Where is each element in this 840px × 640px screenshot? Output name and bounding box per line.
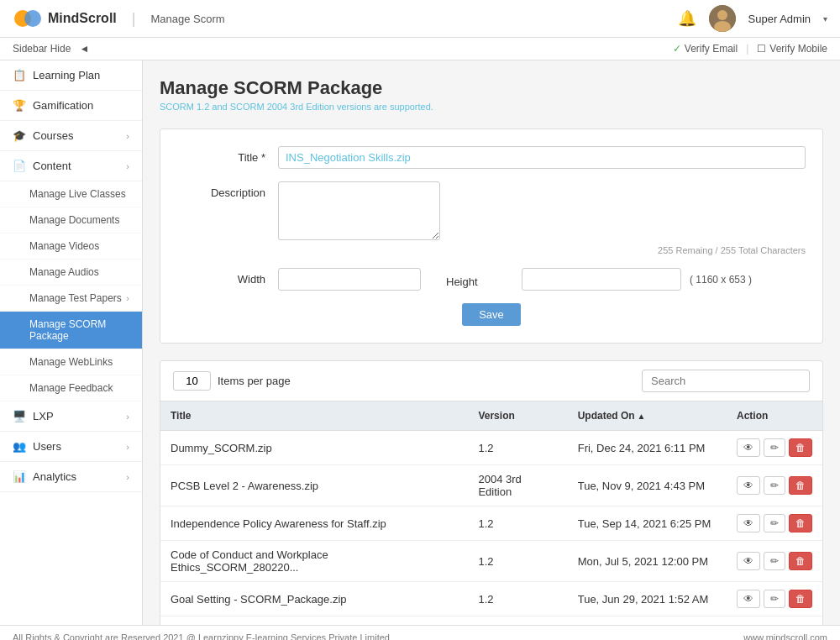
content-arrow-icon: › xyxy=(126,161,129,171)
verify-mobile-label: Verify Mobile xyxy=(769,43,827,55)
edit-button[interactable]: ✏ xyxy=(764,476,785,495)
view-button[interactable]: 👁 xyxy=(737,552,760,570)
user-name-label[interactable]: Super Admin xyxy=(748,13,811,25)
analytics-arrow-icon: › xyxy=(126,472,129,482)
sidebar-label-courses: Courses xyxy=(33,129,73,142)
user-avatar xyxy=(709,5,736,32)
sidebar-toggle-arrow[interactable]: ◄ xyxy=(79,43,89,55)
delete-button[interactable]: 🗑 xyxy=(789,476,812,495)
sidebar-item-manage-audios[interactable]: Manage Audios xyxy=(0,260,142,286)
col-title[interactable]: Title xyxy=(160,401,468,431)
delete-button[interactable]: 🗑 xyxy=(789,438,812,457)
height-input[interactable] xyxy=(522,268,681,291)
view-button[interactable]: 👁 xyxy=(737,590,760,608)
sidebar-item-manage-videos[interactable]: Manage Videos xyxy=(0,233,142,260)
sidebar-item-learning-plan[interactable]: 📋 Learning Plan xyxy=(0,60,142,91)
analytics-icon: 📊 xyxy=(13,470,26,483)
courses-icon: 🎓 xyxy=(13,129,26,142)
check-email-icon: ✓ xyxy=(673,43,681,55)
sidebar-item-manage-live-classes[interactable]: Manage Live Classes xyxy=(0,181,142,207)
table-row: Goal Setting - SCORM_Package.zip1.2Tue, … xyxy=(160,582,822,616)
col-action: Action xyxy=(727,401,822,431)
verify-email-label: Verify Email xyxy=(685,43,738,55)
delete-button[interactable]: 🗑 xyxy=(789,514,812,532)
sidebar-item-manage-documents[interactable]: Manage Documents xyxy=(0,207,142,233)
delete-button[interactable]: 🗑 xyxy=(789,590,812,608)
items-per-page-input[interactable] xyxy=(173,371,211,391)
sidebar-label-learning-plan: Learning Plan xyxy=(33,69,100,81)
description-label: Description xyxy=(177,181,278,199)
header-manage-title: Manage Scorm xyxy=(150,13,224,25)
bell-icon[interactable]: 🔔 xyxy=(678,9,696,28)
test-papers-arrow-icon: › xyxy=(126,293,129,303)
gamification-icon: 🏆 xyxy=(13,99,26,112)
col-version[interactable]: Version xyxy=(468,401,567,431)
title-label: Title * xyxy=(177,146,278,164)
table-row: PCSB PTW Module 1 Awareness_LMS_20200818… xyxy=(160,616,822,626)
edit-button[interactable]: ✏ xyxy=(764,438,785,457)
user-dropdown-arrow[interactable]: ▾ xyxy=(823,14,827,24)
sub-header: Sidebar Hide ◄ ✓ Verify Email | ☐ Verify… xyxy=(0,38,840,60)
save-button-container: Save xyxy=(177,303,806,326)
cell-action: 👁 ✏ 🗑 xyxy=(727,541,822,582)
view-button[interactable]: 👁 xyxy=(737,514,760,532)
table-row: Independence Policy Awareness for Staff.… xyxy=(160,506,822,541)
page-title: Manage SCORM Package xyxy=(160,77,823,99)
svg-point-3 xyxy=(717,10,727,20)
cell-version: 2004 3rd Edition xyxy=(468,616,567,626)
table-header: Title Version Updated On Action xyxy=(160,401,822,431)
width-input[interactable] xyxy=(278,268,421,291)
scorm-table: Title Version Updated On Action Dummy_SC… xyxy=(160,401,822,625)
main-layout: 📋 Learning Plan 🏆 Gamification 🎓 Courses… xyxy=(0,60,840,625)
cell-updated-on: Mon, Jul 5, 2021 12:00 PM xyxy=(568,541,727,582)
delete-button[interactable]: 🗑 xyxy=(789,552,812,570)
save-button[interactable]: Save xyxy=(462,303,521,326)
width-label: Width xyxy=(177,268,278,286)
dimensions-row: Width Height ( 1160 x 653 ) xyxy=(177,268,806,291)
col-updated-on[interactable]: Updated On xyxy=(568,401,727,431)
sidebar-item-gamification[interactable]: 🏆 Gamification xyxy=(0,91,142,121)
sidebar-item-manage-test-papers[interactable]: Manage Test Papers › xyxy=(0,286,142,312)
logo[interactable]: MindScroll xyxy=(13,3,117,34)
table-row: PCSB Level 2 - Awareness.zip2004 3rd Edi… xyxy=(160,465,822,506)
sidebar-item-manage-weblinks[interactable]: Manage WebLinks xyxy=(0,349,142,375)
cell-action: 👁 ✏ 🗑 xyxy=(727,506,822,541)
cell-action: 👁 ✏ 🗑 xyxy=(727,616,822,626)
edit-button[interactable]: ✏ xyxy=(764,514,785,532)
cell-title: Code of Conduct and Workplace Ethics_SCO… xyxy=(160,541,468,582)
title-row: Title * xyxy=(177,146,806,169)
cell-version: 1.2 xyxy=(468,431,567,465)
verify-email-link[interactable]: ✓ Verify Email xyxy=(673,43,738,55)
table-row: Code of Conduct and Workplace Ethics_SCO… xyxy=(160,541,822,582)
cell-version: 2004 3rd Edition xyxy=(468,465,567,506)
verify-mobile-link[interactable]: ☐ Verify Mobile xyxy=(757,43,827,55)
sidebar-label-content: Content xyxy=(33,160,71,172)
table-toolbar: Items per page xyxy=(160,361,822,401)
cell-title: PCSB PTW Module 1 Awareness_LMS_20200818… xyxy=(160,616,468,626)
sidebar-hide-button[interactable]: Sidebar Hide xyxy=(13,43,71,55)
edit-button[interactable]: ✏ xyxy=(764,552,785,570)
sidebar-item-analytics[interactable]: 📊 Analytics › xyxy=(0,462,142,492)
table-body: Dummy_SCORM.zip1.2Fri, Dec 24, 2021 6:11… xyxy=(160,431,822,626)
sidebar-item-courses[interactable]: 🎓 Courses › xyxy=(0,121,142,151)
footer-copyright: All Rights & Copyright are Reserved 2021… xyxy=(13,632,390,640)
sidebar-label-live-classes: Manage Live Classes xyxy=(29,188,126,200)
sidebar-item-lxp[interactable]: 🖥️ LXP › xyxy=(0,401,142,432)
sidebar-item-users[interactable]: 👥 Users › xyxy=(0,432,142,462)
learning-plan-icon: 📋 xyxy=(13,69,26,81)
view-button[interactable]: 👁 xyxy=(737,476,760,495)
sidebar-item-content[interactable]: 📄 Content › xyxy=(0,151,142,181)
items-per-page-control: Items per page xyxy=(173,371,291,391)
sidebar-item-manage-scorm[interactable]: Manage SCORM Package xyxy=(0,312,142,349)
description-field-container: 255 Remaing / 255 Total Characters xyxy=(278,181,806,255)
table-row: Dummy_SCORM.zip1.2Fri, Dec 24, 2021 6:11… xyxy=(160,431,822,465)
sidebar-label-lxp: LXP xyxy=(33,410,54,422)
sidebar-item-manage-feedback[interactable]: Manage Feedback xyxy=(0,375,142,401)
title-input[interactable] xyxy=(278,146,806,169)
edit-button[interactable]: ✏ xyxy=(764,590,785,608)
header-divider: | xyxy=(132,10,136,28)
description-textarea[interactable] xyxy=(278,181,440,240)
sidebar-label-weblinks: Manage WebLinks xyxy=(29,356,113,368)
view-button[interactable]: 👁 xyxy=(737,438,760,457)
search-input[interactable] xyxy=(642,370,810,392)
